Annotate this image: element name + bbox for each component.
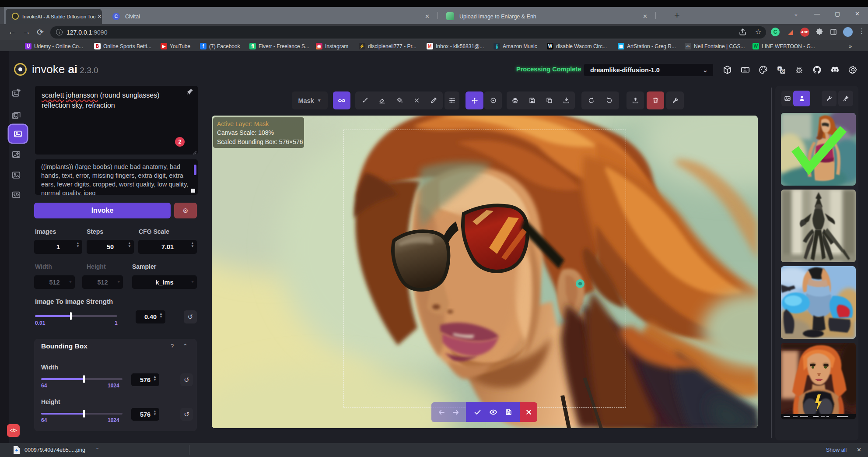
svg-text:文: 文	[781, 69, 784, 73]
